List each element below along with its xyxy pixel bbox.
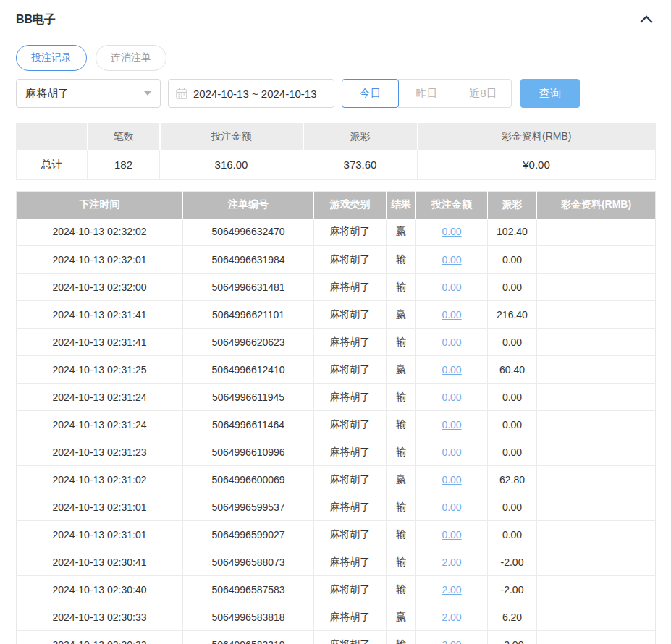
- tab-cascade-orders[interactable]: 连消注单: [96, 45, 166, 71]
- bet-amount-link[interactable]: 2.00: [442, 584, 461, 596]
- bet-time-cell: 2024-10-13 02:31:23: [17, 438, 183, 466]
- bonus-cell: [537, 384, 656, 411]
- game-select-value: 麻将胡了: [25, 87, 69, 101]
- query-button[interactable]: 查询: [520, 79, 580, 108]
- payout-cell: -2.00: [488, 548, 537, 576]
- payout-cell: -2.00: [488, 576, 537, 603]
- bet-amount-link[interactable]: 0.00: [442, 281, 461, 293]
- bet-time-cell: 2024-10-13 02:31:02: [17, 466, 183, 493]
- table-row: 2024-10-13 02:31:245064996611945麻将胡了输0.0…: [17, 384, 656, 411]
- bet-time-cell: 2024-10-13 02:31:01: [17, 521, 183, 548]
- bet-time-cell: 2024-10-13 02:31:41: [17, 329, 183, 356]
- bet-amount-link[interactable]: 0.00: [442, 364, 461, 376]
- records-header-result: 结果: [387, 192, 416, 219]
- summary-header-empty: [17, 124, 88, 150]
- order-number-cell: 5064996631481: [183, 274, 314, 301]
- summary-header-row: 笔数 投注金额 派彩 彩金资料(RMB): [17, 124, 656, 150]
- bet-amount-link[interactable]: 0.00: [442, 474, 461, 486]
- bet-amount-link[interactable]: 0.00: [442, 226, 461, 237]
- summary-total-label: 总计: [17, 150, 88, 180]
- today-button[interactable]: 今日: [342, 79, 399, 108]
- bet-amount-link[interactable]: 0.00: [442, 309, 461, 321]
- game-type-cell: 麻将胡了: [314, 548, 387, 576]
- game-type-cell: 麻将胡了: [314, 356, 387, 384]
- order-number-cell: 5064996612410: [183, 356, 314, 384]
- records-header-row: 下注时间 注单编号 游戏类别 结果 投注金额 派彩 彩金资料(RMB): [17, 192, 656, 219]
- bonus-cell: [537, 329, 656, 356]
- bonus-cell: [537, 548, 656, 576]
- bet-amount-cell: 0.00: [416, 329, 488, 356]
- payout-cell: 0.00: [488, 246, 537, 274]
- order-number-cell: 5064996583319: [183, 631, 314, 644]
- bonus-cell: [537, 521, 656, 548]
- game-type-cell: 麻将胡了: [314, 246, 387, 274]
- bet-amount-link[interactable]: 2.00: [442, 639, 461, 644]
- summary-header-bet-amount: 投注金额: [160, 124, 303, 150]
- tab-label: 投注记录: [31, 51, 72, 64]
- order-number-cell: 5064996587583: [183, 576, 314, 603]
- game-type-cell: 麻将胡了: [314, 329, 387, 356]
- bet-amount-link[interactable]: 0.00: [442, 391, 461, 403]
- bonus-cell: [537, 603, 656, 631]
- query-button-label: 查询: [539, 87, 561, 101]
- bet-amount-link[interactable]: 0.00: [442, 419, 461, 431]
- result-cell: 输: [387, 493, 416, 521]
- bet-amount-cell: 0.00: [416, 246, 488, 274]
- quick-date-buttons: 今日 昨日 近8日: [342, 79, 512, 108]
- result-cell: 赢: [387, 301, 416, 329]
- payout-cell: 0.00: [488, 493, 537, 521]
- game-type-cell: 麻将胡了: [314, 493, 387, 521]
- bet-amount-link[interactable]: 0.00: [442, 254, 461, 266]
- date-range-input[interactable]: 2024-10-13 ~ 2024-10-13: [168, 79, 334, 108]
- bet-time-cell: 2024-10-13 02:31:25: [17, 356, 183, 384]
- bonus-cell: [537, 438, 656, 466]
- order-number-cell: 5064996583818: [183, 603, 314, 631]
- bet-amount-cell: 0.00: [416, 384, 488, 411]
- bet-amount-link[interactable]: 0.00: [442, 336, 461, 348]
- bet-amount-cell: 0.00: [416, 411, 488, 438]
- records-header-bet-time: 下注时间: [17, 192, 183, 219]
- betting-records-panel: BB电子 投注记录 连消注单 麻将胡了: [0, 0, 671, 644]
- game-select[interactable]: 麻将胡了: [16, 79, 161, 108]
- game-type-cell: 麻将胡了: [314, 411, 387, 438]
- payout-cell: 0.00: [488, 329, 537, 356]
- record-type-tabs: 投注记录 连消注单: [16, 45, 655, 71]
- game-type-cell: 麻将胡了: [314, 521, 387, 548]
- game-type-cell: 麻将胡了: [314, 603, 387, 631]
- table-row: 2024-10-13 02:32:025064996632470麻将胡了赢0.0…: [17, 219, 656, 246]
- result-cell: 输: [387, 548, 416, 576]
- bonus-cell: [537, 493, 656, 521]
- payout-cell: 62.80: [488, 466, 537, 493]
- result-cell: 赢: [387, 466, 416, 493]
- bet-amount-cell: 0.00: [416, 356, 488, 384]
- collapse-panel-button[interactable]: [638, 11, 655, 28]
- records-header-game-type: 游戏类别: [314, 192, 387, 219]
- records-header-bonus: 彩金资料(RMB): [537, 192, 656, 219]
- order-number-cell: 5064996620623: [183, 329, 314, 356]
- table-row: 2024-10-13 02:31:415064996621101麻将胡了赢0.0…: [17, 301, 656, 329]
- table-row: 2024-10-13 02:32:015064996631984麻将胡了输0.0…: [17, 246, 656, 274]
- bet-amount-link[interactable]: 2.00: [442, 611, 461, 623]
- bet-amount-cell: 0.00: [416, 219, 488, 246]
- yesterday-button[interactable]: 昨日: [398, 79, 455, 108]
- bonus-cell: [537, 246, 656, 274]
- chevron-down-icon: [144, 91, 151, 96]
- bet-amount-cell: 0.00: [416, 466, 488, 493]
- bet-amount-link[interactable]: 0.00: [442, 501, 461, 513]
- panel-header: BB电子: [16, 10, 655, 29]
- bet-time-cell: 2024-10-13 02:32:02: [17, 219, 183, 246]
- table-row: 2024-10-13 02:31:235064996610996麻将胡了输0.0…: [17, 438, 656, 466]
- bonus-cell: [537, 301, 656, 329]
- bonus-cell: [537, 631, 656, 644]
- result-cell: 赢: [387, 219, 416, 246]
- bet-time-cell: 2024-10-13 02:32:00: [17, 274, 183, 301]
- tab-bet-records[interactable]: 投注记录: [16, 45, 87, 71]
- table-row: 2024-10-13 02:32:005064996631481麻将胡了输0.0…: [17, 274, 656, 301]
- last-8-days-button[interactable]: 近8日: [455, 79, 512, 108]
- bet-amount-link[interactable]: 2.00: [442, 556, 461, 568]
- records-header-bet-amount: 投注金额: [416, 192, 488, 219]
- bet-amount-link[interactable]: 0.00: [442, 446, 461, 458]
- bet-amount-link[interactable]: 0.00: [442, 529, 461, 541]
- result-cell: 赢: [387, 603, 416, 631]
- table-row: 2024-10-13 02:31:415064996620623麻将胡了输0.0…: [17, 329, 656, 356]
